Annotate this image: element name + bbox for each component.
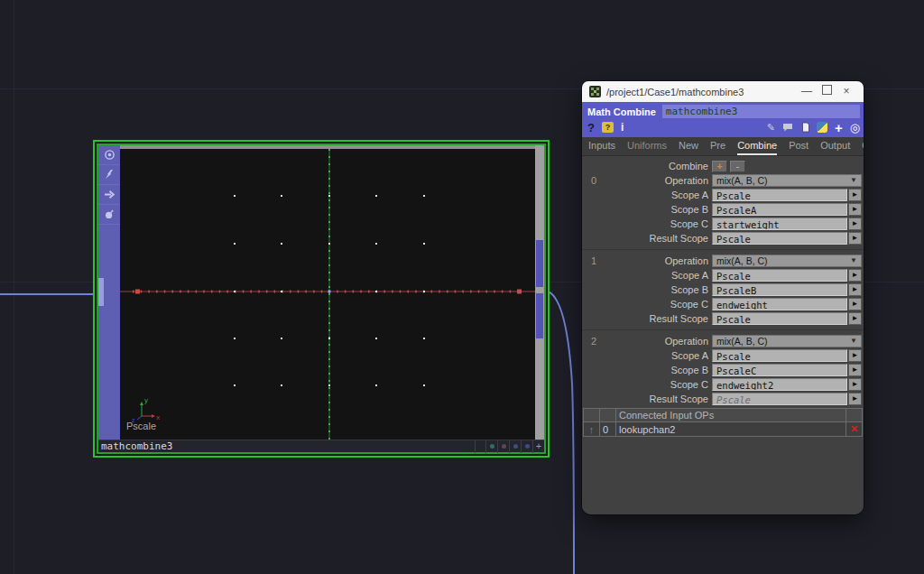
scope-b-label: Scope B	[607, 284, 712, 295]
scope-b-field[interactable]: PscaleC	[712, 364, 847, 376]
tab-common[interactable]: Common	[862, 137, 864, 155]
scope-b-label: Scope B	[607, 365, 712, 375]
bomb-icon[interactable]	[98, 205, 120, 225]
result-scope-label: Result Scope	[607, 313, 712, 324]
edit-pencil-icon[interactable]: ✎	[767, 122, 775, 134]
footer-toggle-blue1[interactable]	[509, 440, 521, 453]
add-icon[interactable]: +	[835, 120, 843, 135]
chevron-down-icon: ▼	[850, 335, 857, 347]
scope-menu-button[interactable]: ►	[848, 203, 862, 216]
clipboard-icon[interactable]	[800, 122, 809, 133]
display-icon[interactable]	[98, 145, 120, 165]
viewer-right-scrollbar[interactable]	[535, 145, 544, 440]
maximize-button[interactable]	[817, 81, 836, 102]
footer-toggle-blue2[interactable]	[521, 440, 532, 453]
tab-uniforms[interactable]: Uniforms	[627, 137, 667, 155]
scope-menu-button[interactable]: ►	[848, 232, 862, 245]
scope-menu-button[interactable]: ►	[848, 378, 862, 391]
blue-dot-icon	[513, 444, 518, 449]
tab-pre[interactable]: Pre	[710, 137, 725, 155]
scope-menu-button[interactable]: ►	[848, 298, 862, 310]
tab-inputs[interactable]: Inputs	[588, 137, 615, 155]
scope-a-field[interactable]: Pscale	[712, 349, 847, 362]
operation-dropdown[interactable]: mix(A, B, C) ▼	[712, 174, 862, 187]
table-header-row: Connected Input OPs	[584, 409, 862, 421]
scope-row: Result Scope Pscale►	[582, 392, 864, 406]
op-header: Math Combine mathcombine3 ? ? i ✎ + ◎	[582, 102, 864, 137]
scope-c-field[interactable]: endweight2	[712, 378, 847, 391]
result-scope-label: Result Scope	[607, 393, 712, 404]
parameter-body: Combine + - 0 Operation mix(A, B, C) ▼ S…	[582, 156, 864, 514]
remove-combine-button[interactable]: -	[730, 161, 745, 172]
operation-row: 2 Operation mix(A, B, C) ▼	[582, 334, 864, 348]
scope-row: Result Scope Pscale►	[582, 311, 864, 326]
viewer-side-toolbar	[98, 145, 120, 440]
tab-post[interactable]: Post	[789, 137, 808, 155]
scope-c-field[interactable]: startweight	[712, 218, 847, 230]
maroon-dot-icon	[502, 444, 506, 449]
scroll-handle-upper[interactable]	[536, 240, 543, 287]
help-icon[interactable]: ?	[587, 121, 595, 134]
result-scope-field[interactable]: Pscale	[712, 393, 847, 405]
close-button[interactable]: ×	[836, 81, 856, 102]
scope-a-field[interactable]: Pscale	[712, 189, 847, 201]
input-op-name[interactable]: lookupchan2	[616, 422, 846, 436]
chop-viewer-panel: y x z Pscale mathcombine3 +	[93, 140, 550, 458]
connected-input-ops-table: Connected Input OPs ↑ 0 lookupchan2 ✕	[583, 408, 863, 437]
scope-b-field[interactable]: PscaleB	[712, 283, 847, 296]
scope-c-field[interactable]: endweight	[712, 298, 847, 310]
block-index: 1	[582, 255, 607, 266]
operation-value: mix(A, B, C)	[716, 174, 850, 187]
result-scope-field[interactable]: Pscale	[712, 312, 847, 325]
scope-row: Scope B PscaleA►	[582, 202, 864, 217]
viewer-canvas[interactable]: y x z Pscale	[120, 149, 535, 440]
tab-output[interactable]: Output	[820, 137, 850, 155]
tab-new[interactable]: New	[679, 137, 698, 155]
scope-a-field[interactable]: Pscale	[712, 269, 847, 282]
delete-row-button[interactable]: ✕	[846, 422, 862, 436]
scope-menu-button[interactable]: ►	[848, 349, 862, 362]
scope-row: Scope B PscaleB►	[582, 282, 864, 297]
scope-menu-button[interactable]: ►	[848, 312, 862, 325]
scope-row: Scope A Pscale►	[582, 188, 864, 202]
header-cell	[600, 409, 616, 421]
python-icon[interactable]	[817, 122, 827, 133]
arrow-icon[interactable]	[98, 185, 120, 205]
scope-menu-button[interactable]: ►	[848, 283, 862, 296]
footer-toggle-teal[interactable]	[485, 440, 497, 453]
operation-dropdown[interactable]: mix(A, B, C) ▼	[712, 335, 862, 347]
minimize-button[interactable]: —	[797, 81, 817, 102]
scope-menu-button[interactable]: ►	[848, 269, 862, 282]
comment-icon[interactable]	[782, 123, 793, 132]
operation-value: mix(A, B, C)	[716, 255, 850, 267]
footer-add-button[interactable]: +	[532, 440, 544, 453]
scope-c-label: Scope C	[607, 218, 712, 229]
tab-combine[interactable]: Combine	[737, 137, 777, 155]
op-icon	[589, 86, 601, 97]
add-combine-button[interactable]: +	[712, 161, 727, 172]
scope-menu-button[interactable]: ►	[848, 189, 862, 201]
lightning-icon[interactable]	[98, 165, 120, 185]
side-scroll-handle[interactable]	[98, 278, 104, 306]
channel-plot: y x z	[120, 149, 535, 440]
scope-b-field[interactable]: PscaleA	[712, 203, 847, 216]
dialog-titlebar[interactable]: /project1/Case1/mathcombine3 — ×	[582, 81, 864, 102]
viewer-frame: y x z Pscale mathcombine3 +	[97, 144, 546, 454]
network-editor-background[interactable]: y x z Pscale mathcombine3 +	[0, 0, 924, 574]
result-scope-field[interactable]: Pscale	[712, 232, 847, 245]
footer-spacer	[475, 440, 485, 453]
scope-row: Scope C endweight►	[582, 297, 864, 311]
move-up-button[interactable]: ↑	[584, 422, 600, 436]
scroll-handle-lower[interactable]	[536, 293, 543, 338]
scope-menu-button[interactable]: ►	[848, 364, 862, 376]
scope-menu-button[interactable]: ►	[848, 393, 862, 405]
footer-toggle-maroon[interactable]	[497, 440, 509, 453]
info-icon[interactable]: i	[621, 121, 624, 134]
copernicus-icon[interactable]: ◎	[850, 121, 860, 134]
scope-menu-button[interactable]: ►	[848, 218, 862, 230]
dialog-title: /project1/Case1/mathcombine3	[606, 87, 797, 97]
python-help-icon[interactable]: ?	[602, 122, 614, 133]
operation-dropdown[interactable]: mix(A, B, C) ▼	[712, 255, 862, 267]
op-name-field[interactable]: mathcombine3	[662, 105, 860, 118]
op-type-label: Math Combine	[587, 106, 656, 117]
